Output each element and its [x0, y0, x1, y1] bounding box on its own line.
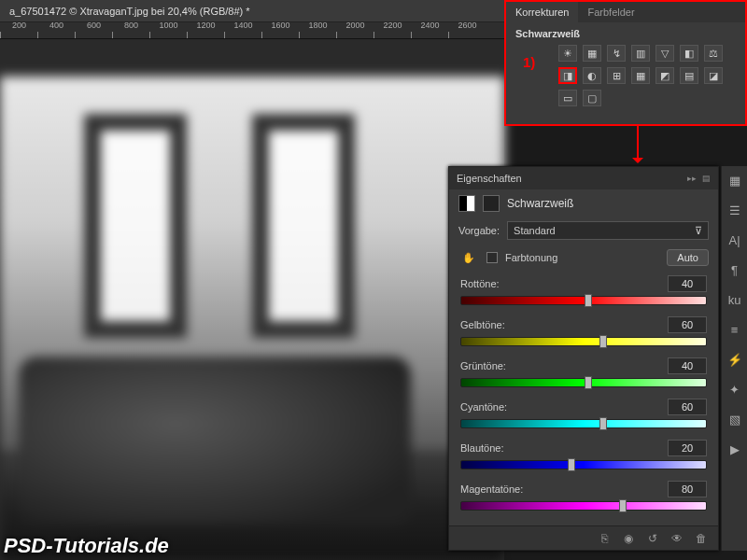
photo-filter-icon[interactable]: ◐: [583, 67, 601, 84]
document-tab[interactable]: a_67501472 © XtravaganT.jpg bei 20,4% (R…: [0, 0, 504, 22]
slider-track[interactable]: [460, 378, 707, 387]
slider-1: Gelbtöne:60: [449, 313, 718, 354]
adjustments-icon[interactable]: ✦: [726, 381, 743, 398]
panel-menu-icon[interactable]: ▤: [702, 174, 711, 183]
preset-label: Vorgabe:: [458, 225, 500, 236]
horizontal-ruler: 2004006008001000120014001600180020002200…: [0, 22, 504, 39]
tab-farbfelder[interactable]: Farbfelder: [578, 2, 643, 22]
reset-view-icon[interactable]: ◉: [621, 531, 636, 546]
slider-5: Magentatöne:80: [449, 477, 718, 518]
slider-track[interactable]: [460, 337, 707, 346]
curves-icon[interactable]: ↯: [607, 45, 626, 62]
slider-value-input[interactable]: 60: [668, 316, 707, 333]
actions-icon[interactable]: ⚡: [726, 351, 743, 368]
character-icon[interactable]: A|: [726, 231, 743, 248]
slider-value-input[interactable]: 60: [668, 399, 707, 415]
slider-value-input[interactable]: 20: [668, 440, 707, 456]
auto-button[interactable]: Auto: [667, 249, 709, 266]
layers-icon[interactable]: ☰: [726, 202, 743, 218]
collapse-icon[interactable]: ▸▸: [687, 174, 697, 183]
slider-2: Grüntöne:40: [449, 354, 718, 395]
tint-checkbox[interactable]: [486, 252, 498, 263]
kuler-icon[interactable]: ku: [726, 291, 743, 308]
watermark: PSD-Tutorials.de: [4, 534, 169, 558]
selective-color-icon[interactable]: ▢: [583, 90, 601, 106]
slider-label: Cyantöne:: [460, 401, 507, 413]
chevron-updown-icon: ⊽: [695, 225, 702, 237]
korrekturen-title: Schwarzweiß: [506, 22, 745, 45]
callout-arrow: [637, 124, 639, 161]
slider-thumb[interactable]: [619, 499, 627, 512]
histogram-icon[interactable]: ▦: [726, 172, 743, 189]
vibrance-icon[interactable]: ▽: [655, 45, 674, 62]
invert-icon[interactable]: ◩: [655, 67, 674, 84]
levels-icon[interactable]: ▦: [583, 45, 601, 62]
slider-thumb[interactable]: [585, 294, 592, 307]
threshold-icon[interactable]: ◪: [704, 67, 723, 84]
align-icon[interactable]: ≡: [726, 321, 743, 338]
right-dock: ▦☰A|¶ku≡⚡✦▧▶: [721, 166, 747, 551]
slider-label: Rottöne:: [460, 278, 500, 289]
korrekturen-panel: Korrekturen Farbfelder Schwarzweiß 1) ☀▦…: [504, 0, 747, 126]
slider-4: Blautöne:20: [449, 436, 718, 477]
step-label: 1): [523, 54, 535, 70]
lookup-icon[interactable]: ▦: [631, 67, 650, 84]
slider-0: Rottöne:40: [449, 272, 718, 313]
slider-label: Grüntöne:: [460, 360, 506, 371]
slider-3: Cyantöne:60: [449, 395, 718, 436]
reset-icon[interactable]: ↺: [645, 531, 660, 546]
slider-thumb[interactable]: [568, 458, 575, 471]
channel-mixer-icon[interactable]: ⊞: [607, 67, 626, 84]
slider-thumb[interactable]: [599, 335, 607, 348]
slider-label: Magentatöne:: [460, 483, 523, 495]
posterize-icon[interactable]: ▤: [680, 67, 698, 84]
slider-thumb[interactable]: [599, 417, 607, 430]
bw-adjustment-icon: [458, 195, 475, 212]
gallery-icon[interactable]: ▧: [726, 411, 743, 427]
canvas-area[interactable]: [0, 39, 504, 560]
slider-label: Blautöne:: [460, 442, 503, 454]
slider-track[interactable]: [460, 419, 707, 428]
play-icon[interactable]: ▶: [726, 441, 743, 457]
eigenschaften-title: Eigenschaften: [457, 173, 522, 184]
gradient-map-icon[interactable]: ▭: [558, 90, 577, 106]
slider-track[interactable]: [460, 501, 707, 511]
targeted-adjust-icon[interactable]: ✋: [458, 249, 479, 266]
slider-thumb[interactable]: [585, 376, 592, 389]
brightness-icon[interactable]: ☀: [558, 45, 577, 62]
hue-icon[interactable]: ◧: [680, 45, 698, 62]
slider-track[interactable]: [460, 460, 707, 469]
document-title: a_67501472 © XtravaganT.jpg bei 20,4% (R…: [9, 6, 250, 17]
color-balance-icon[interactable]: ⚖: [704, 45, 723, 62]
slider-value-input[interactable]: 40: [668, 275, 707, 292]
slider-label: Gelbtöne:: [460, 319, 505, 330]
adjustment-title: Schwarzweiß: [507, 197, 573, 210]
visibility-icon[interactable]: 👁: [669, 531, 684, 546]
korrekturen-tabs: Korrekturen Farbfelder: [506, 2, 745, 22]
canvas-image: [0, 77, 504, 560]
mask-icon[interactable]: [483, 195, 500, 212]
delete-icon[interactable]: 🗑: [694, 531, 709, 546]
paragraph-icon[interactable]: ¶: [726, 261, 743, 278]
exposure-icon[interactable]: ▥: [631, 45, 650, 62]
slider-value-input[interactable]: 40: [668, 357, 707, 374]
clip-icon[interactable]: ⎘: [597, 531, 612, 546]
preset-value: Standard: [514, 225, 556, 236]
eigenschaften-header[interactable]: Eigenschaften ▸▸ ▤: [449, 167, 718, 189]
eigenschaften-panel: Eigenschaften ▸▸ ▤ Schwarzweiß Vorgabe: …: [448, 166, 719, 551]
tab-korrekturen[interactable]: Korrekturen: [506, 2, 578, 22]
tint-label: Farbtonung: [505, 252, 557, 263]
bw-icon[interactable]: ◨: [558, 67, 577, 84]
slider-value-input[interactable]: 80: [668, 481, 707, 497]
slider-track[interactable]: [460, 296, 707, 305]
preset-select[interactable]: Standard ⊽: [507, 221, 709, 240]
